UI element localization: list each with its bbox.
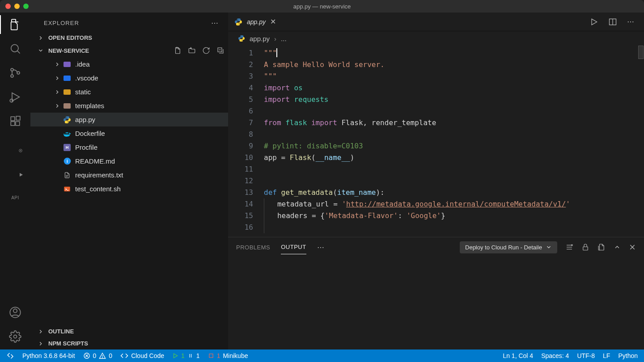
problems-tab[interactable]: PROBLEMS: [236, 240, 270, 254]
tree-item-label: app.py: [75, 116, 95, 123]
npm-scripts-section[interactable]: NPM SCRIPTS: [30, 337, 228, 349]
close-window-button[interactable]: [5, 4, 11, 9]
explorer-icon[interactable]: [8, 18, 22, 31]
svg-point-46: [102, 358, 103, 358]
status-cursor-position[interactable]: Ln 1, Col 4: [503, 352, 533, 359]
editor-area: app.py ✕ ⋯ app.py › ... 1234567891011121…: [228, 13, 644, 349]
titlebar: app.py — new-service: [0, 0, 644, 13]
project-section[interactable]: NEW-SERVICE: [30, 44, 228, 57]
tree-folder[interactable]: static: [30, 85, 228, 99]
folder-icon: [63, 101, 72, 110]
source-control-icon[interactable]: [8, 66, 22, 80]
settings-gear-icon[interactable]: [8, 330, 22, 343]
run-icon[interactable]: [589, 17, 598, 26]
sidebar-more-icon[interactable]: ⋯: [211, 19, 219, 27]
play-icon: [172, 353, 178, 359]
svg-point-3: [11, 75, 13, 77]
status-problems[interactable]: 0 0: [83, 352, 113, 359]
status-minikube[interactable]: 1 Minikube: [208, 352, 248, 359]
tab-app-py[interactable]: app.py ✕: [228, 13, 282, 31]
docker-file-icon: [63, 129, 72, 138]
tree-file[interactable]: test_content.sh: [30, 182, 228, 196]
remote-indicator[interactable]: [6, 352, 14, 360]
status-encoding[interactable]: UTF-8: [577, 352, 595, 359]
tree-folder[interactable]: .idea: [30, 57, 228, 71]
open-log-icon[interactable]: [597, 243, 606, 251]
maximize-panel-icon[interactable]: [614, 244, 621, 251]
svg-point-0: [11, 45, 18, 52]
svg-rect-10: [16, 116, 20, 120]
minimize-window-button[interactable]: [14, 4, 20, 9]
tree-file[interactable]: requirements.txt: [30, 168, 228, 182]
tab-label: app.py: [247, 18, 266, 25]
svg-text:H: H: [66, 145, 69, 150]
code-editor[interactable]: 12345678910111213141516 """A sample Hell…: [228, 46, 644, 237]
outline-section[interactable]: OUTLINE: [30, 325, 228, 337]
lock-scroll-icon[interactable]: [581, 243, 589, 251]
tree-item-label: test_content.sh: [75, 185, 121, 193]
sidebar: EXPLORER ⋯ OPEN EDITORS NEW-SERVICE .ide…: [30, 13, 228, 349]
tree-folder[interactable]: .vscode: [30, 71, 228, 85]
chevron-right-icon: [52, 61, 63, 67]
debug-icon[interactable]: [8, 90, 22, 104]
new-file-icon[interactable]: [174, 46, 182, 55]
minimap-scrollbar[interactable]: [638, 46, 644, 233]
new-folder-icon[interactable]: [188, 46, 196, 55]
search-icon[interactable]: [8, 42, 22, 55]
shell-file-icon: [63, 185, 72, 194]
extensions-icon[interactable]: [8, 114, 22, 128]
tree-file[interactable]: app.py: [30, 113, 228, 126]
file-tree: .idea.vscodestatictemplatesapp.pyDockerf…: [30, 57, 228, 325]
tree-file[interactable]: HProcfile: [30, 140, 228, 154]
svg-rect-39: [583, 247, 588, 250]
sidebar-title: EXPLORER: [44, 20, 79, 26]
svg-rect-9: [16, 122, 20, 126]
code-content[interactable]: """A sample Hello World server."""import…: [264, 46, 644, 237]
svg-point-15: [13, 309, 17, 312]
chevron-right-icon: [38, 328, 45, 335]
status-indentation[interactable]: Spaces: 4: [541, 352, 569, 359]
editor-more-icon[interactable]: ⋯: [627, 17, 635, 26]
folder-icon: [63, 88, 72, 97]
tree-folder[interactable]: templates: [30, 99, 228, 113]
tree-file[interactable]: iREADME.md: [30, 154, 228, 168]
status-language[interactable]: Python: [618, 352, 638, 359]
refresh-icon[interactable]: [202, 46, 210, 55]
output-channel-select[interactable]: Deploy to Cloud Run - Detaile: [460, 241, 557, 253]
status-eol[interactable]: LF: [603, 352, 610, 359]
chevron-right-icon: ›: [274, 35, 276, 42]
output-channel-label: Deploy to Cloud Run - Detaile: [465, 244, 542, 251]
tree-file[interactable]: Dockerfile: [30, 126, 228, 140]
outline-label: OUTLINE: [48, 328, 74, 335]
python-file-icon: [63, 115, 72, 124]
open-editors-section[interactable]: OPEN EDITORS: [30, 32, 228, 44]
status-python[interactable]: Python 3.6.8 64-bit: [22, 352, 75, 359]
chevron-right-icon: [38, 341, 45, 347]
activity-bar: API: [0, 13, 30, 349]
chevron-right-icon: [38, 35, 45, 41]
tree-item-label: Dockerfile: [75, 130, 105, 137]
cloud-code-icon[interactable]: [8, 139, 22, 152]
output-tab[interactable]: OUTPUT: [281, 240, 306, 254]
svg-point-12: [20, 150, 21, 151]
close-tab-icon[interactable]: ✕: [270, 17, 276, 26]
tab-bar: app.py ✕ ⋯: [228, 13, 644, 31]
account-icon[interactable]: [8, 306, 22, 319]
svg-rect-8: [11, 122, 15, 126]
breadcrumb[interactable]: app.py › ...: [228, 31, 644, 46]
code-icon: [120, 352, 128, 360]
status-debug-sessions[interactable]: 1 1: [172, 352, 200, 359]
clear-output-icon[interactable]: [565, 243, 573, 251]
collapse-all-icon[interactable]: [216, 46, 225, 55]
api-icon[interactable]: API: [8, 187, 22, 200]
panel-more-icon[interactable]: ⋯: [317, 243, 325, 252]
split-editor-icon[interactable]: [608, 17, 617, 26]
cloud-run-icon[interactable]: [8, 163, 22, 176]
status-cloud-code[interactable]: Cloud Code: [120, 352, 164, 360]
close-panel-icon[interactable]: [629, 244, 636, 251]
svg-rect-7: [11, 117, 15, 121]
svg-line-1: [17, 51, 20, 54]
zoom-window-button[interactable]: [23, 4, 29, 9]
info-file-icon: i: [63, 157, 72, 166]
tree-item-label: Procfile: [75, 143, 97, 151]
